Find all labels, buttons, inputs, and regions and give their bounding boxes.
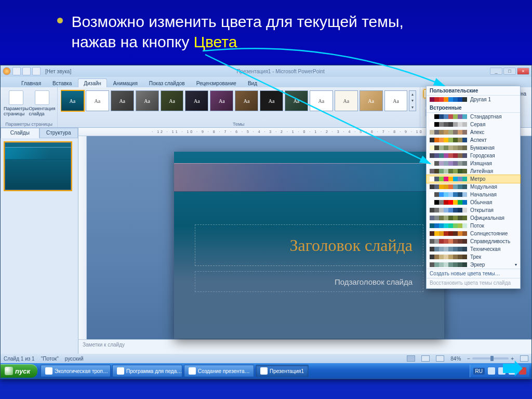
pane-tab[interactable]: Структура: [39, 128, 78, 138]
status-bar: Слайд 1 из 1 "Поток" русский 84% − +: [1, 354, 531, 363]
view-normal-button[interactable]: [407, 355, 415, 362]
color-scheme-row[interactable]: Городская: [427, 152, 520, 159]
zoom-out-icon[interactable]: −: [467, 356, 470, 362]
caption-highlight-word: Цвета: [194, 33, 237, 50]
ribbon-group-page-setup: Параметры страницы Ориентация слайда Пар…: [1, 87, 58, 127]
theme-thumbnail[interactable]: Aa: [210, 90, 233, 111]
caption-line1: Возможно изменить цвета для текущей темы…: [71, 13, 403, 30]
ribbon-tab[interactable]: Главная: [16, 79, 46, 87]
page-setup-icon: [9, 90, 23, 105]
office-button[interactable]: [3, 67, 11, 75]
qat-redo-icon[interactable]: [32, 67, 41, 75]
pane-tab[interactable]: Слайды: [1, 128, 39, 138]
minimize-button[interactable]: _: [490, 68, 502, 75]
color-scheme-row[interactable]: Бумажная: [427, 144, 520, 152]
notes-pane[interactable]: Заметки к слайду: [78, 339, 531, 354]
qat-undo-icon[interactable]: [22, 67, 31, 75]
color-scheme-row[interactable]: Начальная: [427, 191, 520, 198]
maximize-button[interactable]: □: [503, 68, 516, 75]
slide-caption: Возможно изменить цвета для текущей темы…: [0, 0, 532, 52]
slide-orientation-button[interactable]: Ориентация слайда: [30, 88, 55, 116]
taskbar-item[interactable]: Экологическая троп…: [41, 365, 111, 377]
color-scheme-row[interactable]: Обычная: [427, 198, 520, 206]
color-swatches: [430, 169, 467, 174]
page-setup-button[interactable]: Параметры страницы: [4, 88, 29, 116]
themes-gallery[interactable]: AaAaAaAaAaAaAaAaAaAaAaAaAaAa▴▾▾: [61, 88, 417, 118]
color-swatches: [430, 255, 467, 259]
theme-thumbnail[interactable]: Aa: [61, 90, 84, 111]
status-language[interactable]: русский: [65, 356, 84, 362]
color-scheme-row[interactable]: Литейная: [427, 167, 520, 175]
slide-preview: Заголовок слайда Подзаголовок слайда: [174, 152, 444, 339]
view-sorter-button[interactable]: [421, 355, 430, 362]
window-title: Презентация1 - Microsoft PowerPoint: [71, 69, 490, 74]
ribbon-tab[interactable]: Вставка: [47, 79, 77, 87]
view-slideshow-button[interactable]: [436, 355, 444, 362]
theme-thumbnail[interactable]: Aa: [86, 90, 109, 111]
ruler-vertical: [78, 136, 87, 339]
zoom-percent[interactable]: 84%: [450, 356, 461, 362]
color-swatches: [430, 247, 467, 251]
theme-thumbnail[interactable]: Aa: [185, 90, 208, 111]
color-scheme-row[interactable]: Аспект: [427, 136, 520, 144]
ribbon-tab[interactable]: Анимация: [108, 79, 143, 87]
theme-thumbnail[interactable]: Aa: [285, 90, 308, 111]
colors-section-custom: Пользовательские: [427, 86, 520, 96]
theme-thumbnail[interactable]: Aa: [136, 90, 159, 111]
qat-save-icon[interactable]: [12, 67, 21, 75]
group-label-page: Параметры страницы: [1, 122, 57, 127]
ribbon-tab[interactable]: Дизайн: [78, 78, 107, 87]
taskbar-item[interactable]: Презентация1: [256, 365, 309, 377]
color-scheme-row[interactable]: Другая 1: [427, 96, 520, 103]
theme-thumbnail[interactable]: Aa: [235, 90, 258, 111]
status-theme-name: "Поток": [41, 356, 59, 362]
close-button[interactable]: ×: [517, 68, 529, 75]
theme-thumbnail[interactable]: Aa: [260, 90, 283, 111]
zoom-in-icon[interactable]: +: [511, 356, 514, 362]
themes-gallery-more-button[interactable]: ▴▾▾: [409, 90, 416, 111]
taskbar-item[interactable]: Создание презента…: [184, 365, 254, 377]
color-scheme-row[interactable]: Техническая: [427, 245, 520, 253]
fit-to-window-button[interactable]: [520, 355, 528, 362]
tray-language[interactable]: RU: [473, 368, 485, 375]
color-swatches: [430, 161, 467, 166]
color-scheme-row[interactable]: Метро: [427, 175, 520, 183]
ribbon-group-themes: AaAaAaAaAaAaAaAaAaAaAaAaAaAa▴▾▾ Темы: [58, 87, 420, 127]
start-button[interactable]: пуск: [1, 364, 37, 378]
ribbon-tab[interactable]: Рецензирование: [191, 79, 242, 87]
ribbon-tab[interactable]: Вид: [243, 79, 262, 87]
color-scheme-row[interactable]: Модульная: [427, 183, 520, 191]
slide-subtitle-placeholder[interactable]: Подзаголовок слайда: [195, 271, 423, 292]
theme-thumbnail[interactable]: Aa: [335, 90, 358, 111]
color-swatches: [430, 153, 467, 158]
status-slide-number: Слайд 1 из 1: [4, 356, 35, 362]
color-scheme-row[interactable]: Стандартная: [427, 113, 520, 121]
tray-icon[interactable]: [488, 367, 495, 375]
color-scheme-row[interactable]: Трек: [427, 253, 520, 261]
taskbar-item[interactable]: Программа для педа…: [112, 365, 182, 377]
color-scheme-row[interactable]: Эркер▾: [427, 261, 520, 269]
theme-thumbnail[interactable]: Aa: [360, 90, 383, 111]
color-swatches: [430, 192, 467, 197]
theme-thumbnail[interactable]: Aa: [310, 90, 333, 111]
caption-line2-prefix: нажав на кнопку: [71, 33, 193, 50]
color-scheme-row[interactable]: Официальная: [427, 214, 520, 222]
color-scheme-row[interactable]: Открытая: [427, 206, 520, 214]
color-scheme-row[interactable]: Справедливость: [427, 237, 520, 245]
slide-title-placeholder[interactable]: Заголовок слайда: [195, 224, 423, 266]
theme-thumbnail[interactable]: Aa: [161, 90, 184, 111]
zoom-slider[interactable]: − +: [467, 356, 514, 362]
theme-thumbnail[interactable]: Aa: [384, 90, 408, 111]
color-scheme-row[interactable]: Солнцестояние: [427, 230, 520, 237]
color-scheme-row[interactable]: Серая: [427, 121, 520, 128]
color-swatches: [430, 231, 467, 236]
slide-thumbnail[interactable]: [5, 142, 71, 190]
windows-taskbar: пуск Экологическая троп…Программа для пе…: [1, 363, 531, 379]
color-scheme-row[interactable]: Апекс: [427, 128, 520, 136]
create-new-colors-link[interactable]: Создать новые цвета темы…: [427, 269, 520, 278]
group-label-themes: Темы: [58, 122, 420, 127]
color-scheme-row[interactable]: Изящная: [427, 159, 520, 167]
color-scheme-row[interactable]: Поток: [427, 222, 520, 230]
ribbon-tab[interactable]: Показ слайдов: [144, 79, 190, 87]
theme-thumbnail[interactable]: Aa: [111, 90, 134, 111]
